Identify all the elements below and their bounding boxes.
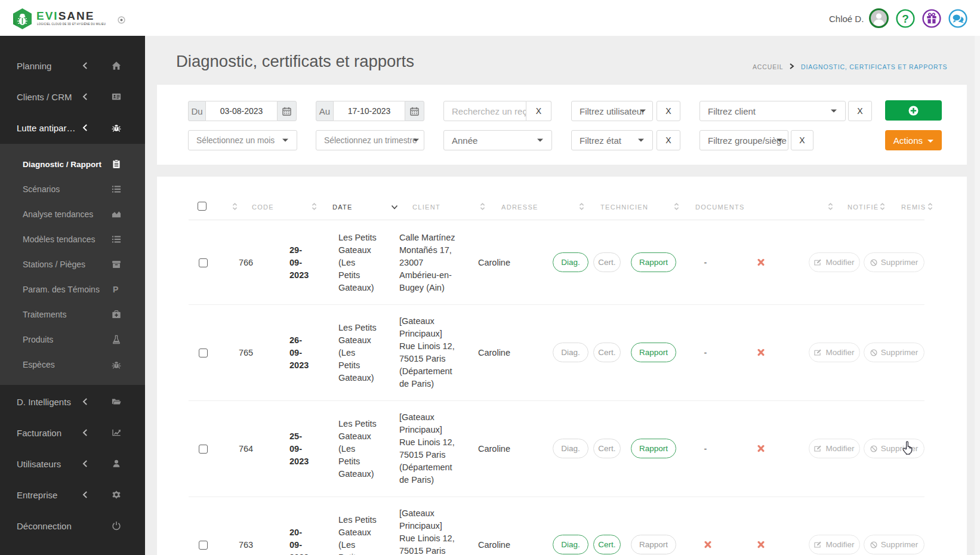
svg-text:?: ? — [902, 13, 909, 25]
